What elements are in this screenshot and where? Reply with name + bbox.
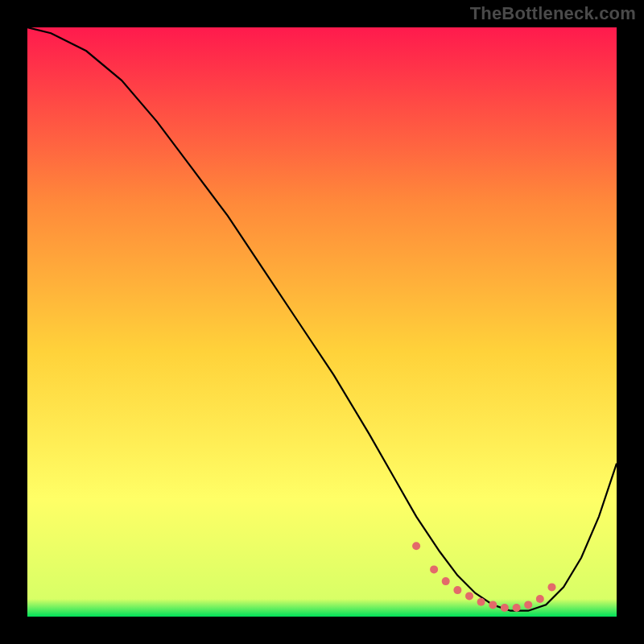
plot-area bbox=[27, 27, 617, 617]
sweet-spot-dot bbox=[548, 583, 556, 591]
sweet-spot-dot bbox=[477, 598, 485, 606]
watermark-text: TheBottleneck.com bbox=[470, 3, 636, 24]
sweet-spot-dot bbox=[412, 542, 420, 550]
chart-svg bbox=[27, 27, 617, 617]
sweet-spot-dot bbox=[442, 577, 450, 585]
sweet-spot-dot bbox=[489, 601, 497, 609]
sweet-spot-dot bbox=[536, 595, 544, 603]
chart-frame: TheBottleneck.com bbox=[0, 0, 644, 644]
sweet-spot-dot bbox=[513, 604, 521, 612]
sweet-spot-dot bbox=[453, 586, 461, 594]
sweet-spot-dot bbox=[465, 592, 473, 600]
sweet-spot-dot bbox=[524, 601, 532, 609]
sweet-spot-dot bbox=[430, 565, 438, 573]
gradient-background bbox=[27, 27, 617, 617]
sweet-spot-dot bbox=[501, 604, 509, 612]
